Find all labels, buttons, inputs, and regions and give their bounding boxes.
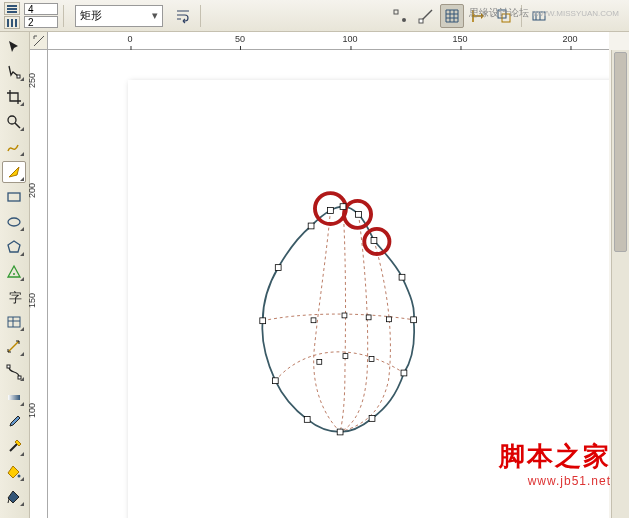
options-toolbar: 矩形 思缘设计论坛 WWW.MISSYUAN.COM [0, 0, 629, 32]
svg-rect-44 [317, 359, 322, 364]
rows-input[interactable] [24, 16, 58, 28]
svg-rect-40 [311, 318, 316, 323]
svg-rect-36 [272, 378, 278, 384]
separator [63, 5, 64, 27]
toolbox: 字 [0, 32, 30, 518]
svg-rect-5 [15, 19, 17, 27]
svg-rect-18 [8, 317, 20, 327]
svg-rect-4 [11, 19, 13, 27]
svg-rect-33 [369, 416, 375, 422]
svg-rect-2 [7, 11, 17, 13]
svg-rect-20 [18, 376, 21, 379]
svg-rect-8 [419, 19, 423, 23]
svg-rect-28 [356, 211, 362, 217]
separator [200, 5, 201, 27]
pick-tool[interactable] [2, 36, 26, 58]
svg-point-13 [8, 116, 16, 124]
shape-combo-label: 矩形 [80, 8, 102, 23]
eyedropper-tool[interactable] [2, 411, 26, 433]
svg-rect-3 [7, 19, 9, 27]
svg-rect-32 [401, 370, 407, 376]
table-tool[interactable] [2, 311, 26, 333]
grid-rows-icon[interactable] [4, 2, 20, 15]
vertical-ruler[interactable]: 250 200 150 100 [30, 50, 48, 518]
watermark-line1: 脚本之家 [499, 439, 611, 474]
svg-rect-26 [340, 204, 346, 210]
svg-rect-6 [394, 10, 398, 14]
shape-combo[interactable]: 矩形 [75, 5, 163, 27]
svg-rect-35 [304, 417, 310, 423]
zoom-tool[interactable] [2, 111, 26, 133]
svg-rect-19 [7, 365, 10, 368]
rectangle-tool[interactable] [2, 186, 26, 208]
shape-tool[interactable] [2, 61, 26, 83]
ruler-tick: 250 [27, 73, 37, 88]
svg-rect-29 [371, 238, 377, 244]
svg-rect-43 [387, 317, 392, 322]
svg-rect-34 [337, 429, 343, 435]
svg-rect-0 [7, 5, 17, 7]
svg-point-15 [8, 218, 20, 226]
outline-tool[interactable] [2, 436, 26, 458]
ruler-tick: 200 [562, 34, 577, 44]
text-tool[interactable]: 字 [2, 286, 26, 308]
svg-rect-27 [328, 208, 334, 214]
svg-rect-42 [366, 315, 371, 320]
grid-preset-buttons [4, 2, 20, 29]
svg-point-7 [402, 18, 406, 22]
svg-rect-38 [275, 265, 281, 271]
ruler-tick: 150 [452, 34, 467, 44]
ruler-tick: 0 [127, 34, 132, 44]
forum-text: 思缘设计论坛 [469, 7, 529, 18]
smart-fill-tool[interactable] [2, 161, 26, 183]
ruler-tick: 100 [27, 403, 37, 418]
connector-tool[interactable] [2, 361, 26, 383]
polygon-tool[interactable] [2, 236, 26, 258]
ruler-tick: 150 [27, 293, 37, 308]
svg-rect-31 [411, 317, 417, 323]
svg-point-22 [18, 475, 21, 478]
svg-rect-12 [17, 75, 20, 78]
edit-nodes[interactable] [260, 204, 417, 435]
site-watermark: 脚本之家 www.jb51.net [499, 439, 611, 488]
snap-node-icon[interactable] [388, 4, 412, 28]
svg-rect-46 [369, 357, 374, 362]
svg-text:字: 字 [9, 290, 22, 305]
columns-input[interactable] [24, 3, 58, 15]
fill-tool[interactable] [2, 461, 26, 483]
svg-rect-14 [8, 193, 20, 201]
forum-url: WWW.MISSYUAN.COM [532, 9, 619, 18]
svg-rect-1 [7, 8, 17, 10]
watermark-line2: www.jb51.net [499, 474, 611, 488]
svg-rect-45 [343, 354, 348, 359]
crop-tool[interactable] [2, 86, 26, 108]
grid-cols-icon[interactable] [4, 16, 20, 29]
horizontal-ruler[interactable]: 0 50 100 150 200 [48, 32, 609, 50]
interactive-fill-tool[interactable] [2, 486, 26, 508]
interactive-tool[interactable] [2, 386, 26, 408]
scrollbar-thumb[interactable] [614, 52, 627, 252]
svg-rect-41 [342, 313, 347, 318]
vertical-scrollbar[interactable] [611, 50, 629, 518]
svg-rect-21 [8, 395, 20, 400]
svg-rect-30 [399, 274, 405, 280]
wrap-text-icon[interactable] [171, 4, 195, 28]
ruler-origin[interactable] [30, 32, 48, 50]
basic-shapes-tool[interactable] [2, 261, 26, 283]
dimension-tool[interactable] [2, 336, 26, 358]
ruler-tick: 50 [235, 34, 245, 44]
freehand-tool[interactable] [2, 136, 26, 158]
snap-grid-icon[interactable] [440, 4, 464, 28]
ellipse-tool[interactable] [2, 211, 26, 233]
snap-edge-icon[interactable] [414, 4, 438, 28]
svg-rect-37 [260, 318, 266, 324]
svg-point-16 [13, 273, 15, 275]
svg-rect-39 [308, 223, 314, 229]
ruler-tick: 100 [342, 34, 357, 44]
forum-watermark: 思缘设计论坛 WWW.MISSYUAN.COM [469, 6, 619, 20]
ruler-tick: 200 [27, 183, 37, 198]
